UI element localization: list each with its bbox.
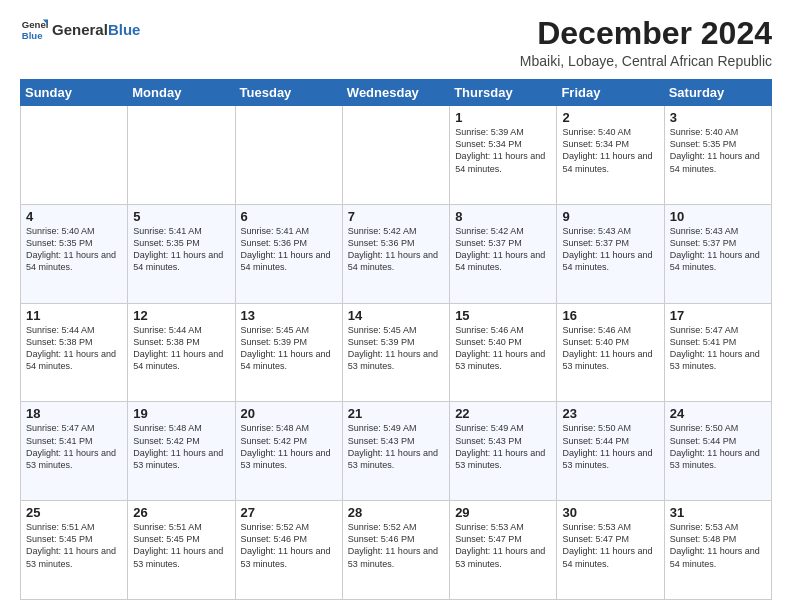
- day-number: 19: [133, 406, 230, 421]
- table-row: 10 Sunrise: 5:43 AMSunset: 5:37 PMDaylig…: [664, 204, 771, 303]
- day-number: 9: [562, 209, 659, 224]
- calendar-table: Sunday Monday Tuesday Wednesday Thursday…: [20, 79, 772, 600]
- table-row: 23 Sunrise: 5:50 AMSunset: 5:44 PMDaylig…: [557, 402, 664, 501]
- table-row: 25 Sunrise: 5:51 AMSunset: 5:45 PMDaylig…: [21, 501, 128, 600]
- logo: General Blue GeneralBlue: [20, 16, 140, 44]
- table-row: 12 Sunrise: 5:44 AMSunset: 5:38 PMDaylig…: [128, 303, 235, 402]
- calendar-row: 11 Sunrise: 5:44 AMSunset: 5:38 PMDaylig…: [21, 303, 772, 402]
- header: General Blue GeneralBlue December 2024 M…: [20, 16, 772, 69]
- cell-info: Sunrise: 5:46 AMSunset: 5:40 PMDaylight:…: [562, 324, 659, 373]
- cell-info: Sunrise: 5:50 AMSunset: 5:44 PMDaylight:…: [670, 422, 767, 471]
- day-number: 31: [670, 505, 767, 520]
- day-number: 18: [26, 406, 123, 421]
- day-number: 23: [562, 406, 659, 421]
- table-row: [342, 106, 449, 205]
- table-row: 29 Sunrise: 5:53 AMSunset: 5:47 PMDaylig…: [450, 501, 557, 600]
- table-row: [21, 106, 128, 205]
- calendar-row: 18 Sunrise: 5:47 AMSunset: 5:41 PMDaylig…: [21, 402, 772, 501]
- cell-info: Sunrise: 5:43 AMSunset: 5:37 PMDaylight:…: [562, 225, 659, 274]
- table-row: 28 Sunrise: 5:52 AMSunset: 5:46 PMDaylig…: [342, 501, 449, 600]
- calendar-body: 1 Sunrise: 5:39 AMSunset: 5:34 PMDayligh…: [21, 106, 772, 600]
- cell-info: Sunrise: 5:40 AMSunset: 5:35 PMDaylight:…: [670, 126, 767, 175]
- day-number: 25: [26, 505, 123, 520]
- cell-info: Sunrise: 5:51 AMSunset: 5:45 PMDaylight:…: [133, 521, 230, 570]
- day-number: 28: [348, 505, 445, 520]
- day-number: 5: [133, 209, 230, 224]
- table-row: [235, 106, 342, 205]
- cell-info: Sunrise: 5:43 AMSunset: 5:37 PMDaylight:…: [670, 225, 767, 274]
- cell-info: Sunrise: 5:40 AMSunset: 5:34 PMDaylight:…: [562, 126, 659, 175]
- cell-info: Sunrise: 5:42 AMSunset: 5:37 PMDaylight:…: [455, 225, 552, 274]
- cell-info: Sunrise: 5:41 AMSunset: 5:35 PMDaylight:…: [133, 225, 230, 274]
- table-row: 14 Sunrise: 5:45 AMSunset: 5:39 PMDaylig…: [342, 303, 449, 402]
- header-sunday: Sunday: [21, 80, 128, 106]
- svg-text:Blue: Blue: [22, 30, 43, 41]
- day-number: 30: [562, 505, 659, 520]
- table-row: 7 Sunrise: 5:42 AMSunset: 5:36 PMDayligh…: [342, 204, 449, 303]
- day-number: 15: [455, 308, 552, 323]
- cell-info: Sunrise: 5:42 AMSunset: 5:36 PMDaylight:…: [348, 225, 445, 274]
- table-row: 22 Sunrise: 5:49 AMSunset: 5:43 PMDaylig…: [450, 402, 557, 501]
- day-number: 6: [241, 209, 338, 224]
- table-row: 3 Sunrise: 5:40 AMSunset: 5:35 PMDayligh…: [664, 106, 771, 205]
- day-number: 24: [670, 406, 767, 421]
- header-wednesday: Wednesday: [342, 80, 449, 106]
- cell-info: Sunrise: 5:52 AMSunset: 5:46 PMDaylight:…: [348, 521, 445, 570]
- cell-info: Sunrise: 5:45 AMSunset: 5:39 PMDaylight:…: [348, 324, 445, 373]
- header-saturday: Saturday: [664, 80, 771, 106]
- cell-info: Sunrise: 5:47 AMSunset: 5:41 PMDaylight:…: [26, 422, 123, 471]
- table-row: 26 Sunrise: 5:51 AMSunset: 5:45 PMDaylig…: [128, 501, 235, 600]
- logo-blue: Blue: [108, 21, 141, 38]
- day-number: 26: [133, 505, 230, 520]
- table-row: 4 Sunrise: 5:40 AMSunset: 5:35 PMDayligh…: [21, 204, 128, 303]
- cell-info: Sunrise: 5:44 AMSunset: 5:38 PMDaylight:…: [133, 324, 230, 373]
- cell-info: Sunrise: 5:48 AMSunset: 5:42 PMDaylight:…: [241, 422, 338, 471]
- table-row: [128, 106, 235, 205]
- day-number: 8: [455, 209, 552, 224]
- calendar-row: 25 Sunrise: 5:51 AMSunset: 5:45 PMDaylig…: [21, 501, 772, 600]
- cell-info: Sunrise: 5:53 AMSunset: 5:48 PMDaylight:…: [670, 521, 767, 570]
- svg-text:General: General: [22, 19, 48, 30]
- month-title: December 2024: [520, 16, 772, 51]
- table-row: 11 Sunrise: 5:44 AMSunset: 5:38 PMDaylig…: [21, 303, 128, 402]
- table-row: 1 Sunrise: 5:39 AMSunset: 5:34 PMDayligh…: [450, 106, 557, 205]
- page: General Blue GeneralBlue December 2024 M…: [0, 0, 792, 612]
- day-number: 22: [455, 406, 552, 421]
- day-number: 27: [241, 505, 338, 520]
- header-tuesday: Tuesday: [235, 80, 342, 106]
- table-row: 16 Sunrise: 5:46 AMSunset: 5:40 PMDaylig…: [557, 303, 664, 402]
- table-row: 15 Sunrise: 5:46 AMSunset: 5:40 PMDaylig…: [450, 303, 557, 402]
- cell-info: Sunrise: 5:53 AMSunset: 5:47 PMDaylight:…: [562, 521, 659, 570]
- calendar-header-row: Sunday Monday Tuesday Wednesday Thursday…: [21, 80, 772, 106]
- cell-info: Sunrise: 5:53 AMSunset: 5:47 PMDaylight:…: [455, 521, 552, 570]
- calendar-row: 4 Sunrise: 5:40 AMSunset: 5:35 PMDayligh…: [21, 204, 772, 303]
- cell-info: Sunrise: 5:47 AMSunset: 5:41 PMDaylight:…: [670, 324, 767, 373]
- logo-icon: General Blue: [20, 16, 48, 44]
- cell-info: Sunrise: 5:45 AMSunset: 5:39 PMDaylight:…: [241, 324, 338, 373]
- day-number: 12: [133, 308, 230, 323]
- day-number: 16: [562, 308, 659, 323]
- table-row: 21 Sunrise: 5:49 AMSunset: 5:43 PMDaylig…: [342, 402, 449, 501]
- day-number: 17: [670, 308, 767, 323]
- day-number: 13: [241, 308, 338, 323]
- header-thursday: Thursday: [450, 80, 557, 106]
- title-block: December 2024 Mbaiki, Lobaye, Central Af…: [520, 16, 772, 69]
- cell-info: Sunrise: 5:52 AMSunset: 5:46 PMDaylight:…: [241, 521, 338, 570]
- cell-info: Sunrise: 5:51 AMSunset: 5:45 PMDaylight:…: [26, 521, 123, 570]
- table-row: 2 Sunrise: 5:40 AMSunset: 5:34 PMDayligh…: [557, 106, 664, 205]
- table-row: 18 Sunrise: 5:47 AMSunset: 5:41 PMDaylig…: [21, 402, 128, 501]
- table-row: 5 Sunrise: 5:41 AMSunset: 5:35 PMDayligh…: [128, 204, 235, 303]
- day-number: 29: [455, 505, 552, 520]
- day-number: 1: [455, 110, 552, 125]
- table-row: 20 Sunrise: 5:48 AMSunset: 5:42 PMDaylig…: [235, 402, 342, 501]
- logo-general: General: [52, 21, 108, 38]
- day-number: 11: [26, 308, 123, 323]
- table-row: 24 Sunrise: 5:50 AMSunset: 5:44 PMDaylig…: [664, 402, 771, 501]
- table-row: 19 Sunrise: 5:48 AMSunset: 5:42 PMDaylig…: [128, 402, 235, 501]
- day-number: 4: [26, 209, 123, 224]
- table-row: 30 Sunrise: 5:53 AMSunset: 5:47 PMDaylig…: [557, 501, 664, 600]
- day-number: 3: [670, 110, 767, 125]
- cell-info: Sunrise: 5:49 AMSunset: 5:43 PMDaylight:…: [348, 422, 445, 471]
- calendar-row: 1 Sunrise: 5:39 AMSunset: 5:34 PMDayligh…: [21, 106, 772, 205]
- table-row: 6 Sunrise: 5:41 AMSunset: 5:36 PMDayligh…: [235, 204, 342, 303]
